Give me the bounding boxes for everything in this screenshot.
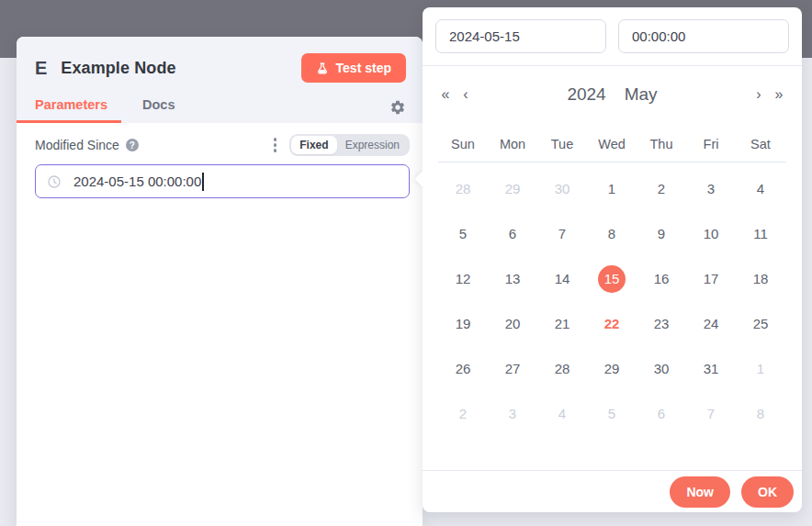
modified-since-input[interactable]: 2024-05-15 00:00:00 xyxy=(35,164,410,198)
day-number: 4 xyxy=(747,175,774,203)
day-cell[interactable]: 2 xyxy=(438,391,488,436)
day-number: 7 xyxy=(548,220,576,248)
day-number: 4 xyxy=(548,400,576,428)
day-number: 10 xyxy=(697,220,725,248)
day-number: 13 xyxy=(499,265,526,293)
weekday-label: Mon xyxy=(488,137,537,151)
day-cell[interactable]: 30 xyxy=(637,346,686,391)
day-cell[interactable]: 2 xyxy=(637,166,686,211)
next-month-button[interactable]: › xyxy=(749,86,769,103)
day-number: 27 xyxy=(499,355,526,383)
day-cell[interactable]: 23 xyxy=(637,301,686,346)
day-cell[interactable]: 27 xyxy=(488,346,537,391)
day-cell[interactable]: 29 xyxy=(587,346,637,391)
day-cell[interactable]: 31 xyxy=(686,346,736,391)
day-cell-selected[interactable]: 15 xyxy=(587,256,637,301)
day-cell[interactable]: 25 xyxy=(736,301,785,346)
day-number: 12 xyxy=(449,265,477,293)
day-cell[interactable]: 11 xyxy=(736,211,785,256)
day-number: 26 xyxy=(449,355,477,383)
toggle-expression[interactable]: Expression xyxy=(337,136,408,154)
day-cell[interactable]: 4 xyxy=(736,166,785,211)
weekday-row: SunMonTueWedThuFriSat xyxy=(423,137,802,151)
day-cell[interactable]: 21 xyxy=(537,301,587,346)
day-cell[interactable]: 13 xyxy=(488,256,537,301)
day-cell[interactable]: 10 xyxy=(686,211,736,256)
day-cell[interactable]: 28 xyxy=(438,166,488,211)
day-number: 1 xyxy=(747,355,774,383)
day-number: 25 xyxy=(747,310,774,338)
year-button[interactable]: 2024 xyxy=(567,84,605,105)
day-cell[interactable]: 1 xyxy=(736,346,785,391)
node-header: E Example Node Test step Parameters xyxy=(17,37,423,123)
tab-docs[interactable]: Docs xyxy=(142,97,175,123)
day-number: 2 xyxy=(449,400,477,428)
test-step-button[interactable]: Test step xyxy=(301,53,406,83)
kebab-menu-icon[interactable] xyxy=(272,136,279,154)
day-number: 28 xyxy=(548,355,576,383)
day-number: 23 xyxy=(648,310,675,338)
day-cell[interactable]: 29 xyxy=(488,166,537,211)
day-cell[interactable]: 16 xyxy=(637,256,686,301)
weekday-label: Fri xyxy=(686,137,736,151)
day-number: 5 xyxy=(598,400,626,428)
day-cell[interactable]: 17 xyxy=(686,256,736,301)
day-cell[interactable]: 6 xyxy=(488,211,537,256)
month-button[interactable]: May xyxy=(625,84,658,105)
day-number: 9 xyxy=(648,220,675,248)
day-number: 20 xyxy=(499,310,526,338)
day-number: 22 xyxy=(598,310,626,338)
day-cell[interactable]: 7 xyxy=(686,391,736,436)
day-cell[interactable]: 19 xyxy=(438,301,488,346)
day-number: 8 xyxy=(747,400,774,428)
day-number: 19 xyxy=(449,310,477,338)
day-cell[interactable]: 24 xyxy=(686,301,736,346)
day-cell[interactable]: 18 xyxy=(736,256,785,301)
day-cell[interactable]: 26 xyxy=(438,346,488,391)
param-label: Modified Since xyxy=(35,138,119,152)
day-cell[interactable]: 12 xyxy=(438,256,488,301)
test-step-label: Test step xyxy=(336,61,391,75)
day-cell[interactable]: 1 xyxy=(587,166,637,211)
day-number: 6 xyxy=(499,220,526,248)
help-icon[interactable]: ? xyxy=(126,139,139,151)
now-button[interactable]: Now xyxy=(670,476,730,508)
toggle-fixed[interactable]: Fixed xyxy=(291,136,336,154)
day-cell[interactable]: 5 xyxy=(587,391,637,436)
day-cell[interactable]: 3 xyxy=(488,391,537,436)
ok-button[interactable]: OK xyxy=(741,476,794,508)
next-year-button[interactable]: » xyxy=(769,86,789,103)
date-input[interactable] xyxy=(435,19,606,53)
day-number: 16 xyxy=(648,265,675,293)
picker-header xyxy=(423,7,802,66)
modified-since-value: 2024-05-15 00:00:00 xyxy=(73,173,201,189)
day-cell[interactable]: 5 xyxy=(438,211,488,256)
clock-icon xyxy=(47,174,62,189)
day-cell[interactable]: 8 xyxy=(736,391,785,436)
day-number: 14 xyxy=(548,265,576,293)
day-number: 21 xyxy=(548,310,576,338)
day-cell[interactable]: 3 xyxy=(686,166,736,211)
prev-year-button[interactable]: « xyxy=(435,86,456,103)
day-cell[interactable]: 7 xyxy=(537,211,587,256)
day-number: 3 xyxy=(697,175,725,203)
day-cell[interactable]: 14 xyxy=(537,256,587,301)
day-cell[interactable]: 4 xyxy=(537,391,587,436)
picker-nav: « ‹ 2024 May › » xyxy=(423,74,802,115)
prev-month-button[interactable]: ‹ xyxy=(456,86,476,103)
node-title-row: E Example Node Test step xyxy=(35,53,406,83)
weekday-label: Sun xyxy=(438,137,488,151)
day-cell-today[interactable]: 22 xyxy=(587,301,637,346)
tab-bar: Parameters Docs xyxy=(35,97,406,123)
gear-icon[interactable] xyxy=(389,99,406,116)
day-cell[interactable]: 28 xyxy=(537,346,587,391)
tab-parameters[interactable]: Parameters xyxy=(35,97,107,123)
day-cell[interactable]: 8 xyxy=(587,211,637,256)
screen: E Example Node Test step Parameters xyxy=(0,0,812,526)
day-cell[interactable]: 20 xyxy=(488,301,537,346)
time-input[interactable] xyxy=(618,19,789,53)
day-cell[interactable]: 9 xyxy=(637,211,686,256)
text-cursor xyxy=(202,173,204,191)
day-cell[interactable]: 30 xyxy=(537,166,587,211)
day-cell[interactable]: 6 xyxy=(637,391,686,436)
